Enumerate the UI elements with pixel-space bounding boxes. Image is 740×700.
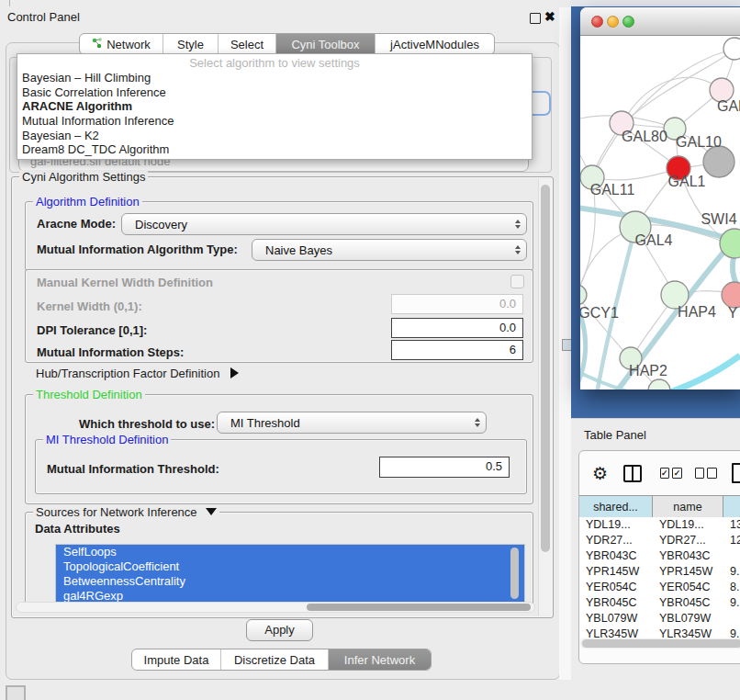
minimize-traffic-light-icon[interactable]: [607, 16, 619, 28]
network-edge[interactable]: [623, 77, 722, 121]
tab-label: Network: [107, 38, 151, 51]
tab-label: jActiveMNodules: [390, 38, 479, 51]
network-node[interactable]: [703, 146, 734, 177]
aracne-mode-combo[interactable]: Discovery: [121, 213, 527, 235]
tab-discretize-data[interactable]: Discretize Data: [221, 649, 329, 670]
tab-infer-network[interactable]: Infer Network: [329, 649, 431, 670]
tab-impute-data[interactable]: Impute Data: [132, 649, 221, 670]
network-edge[interactable]: [657, 356, 740, 390]
column-header-name[interactable]: name: [653, 496, 723, 517]
table-cell: YBL079W: [579, 611, 653, 627]
scrollbar-thumb[interactable]: [541, 185, 550, 552]
sources-title-text: Sources for Network Inference: [36, 505, 197, 519]
zoom-traffic-light-icon[interactable]: [622, 16, 634, 28]
hub-definition-expander[interactable]: Hub/Transcription Factor Definition: [36, 367, 239, 380]
kernel-width-field[interactable]: 0.0: [391, 294, 523, 314]
table-cell: YBR043C: [579, 548, 653, 564]
bottom-tab-bar: Impute DataDiscretize DataInfer Network: [131, 649, 432, 671]
algorithm-option[interactable]: Bayesian – K2: [17, 129, 532, 143]
attribute-item[interactable]: SelfLoops: [56, 545, 524, 559]
expanded-arrow-icon[interactable]: [206, 508, 217, 515]
data-attributes-list[interactable]: SelfLoopsTopologicalCoefficientBetweenne…: [55, 544, 525, 604]
mi-threshold-group: MI Threshold Definition Mutual Informati…: [35, 439, 527, 494]
tab-style[interactable]: Style: [163, 34, 219, 54]
tab-network[interactable]: Network: [80, 34, 163, 54]
table-row[interactable]: YBL079WYBL079W: [579, 611, 740, 627]
attribute-item[interactable]: TopologicalCoefficient: [56, 559, 524, 574]
tab-label: Discretize Data: [234, 653, 315, 667]
page-icon[interactable]: [732, 463, 740, 483]
network-view-window: GAL80GAL10GAL1GAL11SWI4GAL4GCY1HAP4HAP2G…: [580, 7, 740, 390]
table-cell: [723, 611, 740, 627]
which-threshold-label: Which threshold to use:: [79, 417, 215, 431]
mi-steps-field[interactable]: 6: [391, 340, 523, 360]
algorithm-dropdown-popup: Select algorithm to view settings Bayesi…: [17, 53, 533, 160]
attribute-item[interactable]: BetweennessCentrality: [56, 574, 524, 589]
algorithm-option[interactable]: Bayesian – Hill Climbing: [17, 71, 532, 85]
table-cell: 12: [723, 533, 740, 548]
algorithm-option[interactable]: Mutual Information Inference: [17, 114, 532, 129]
tab-select[interactable]: Select: [219, 34, 276, 54]
mi-type-combo[interactable]: Naive Bayes: [252, 239, 527, 261]
algorithm-definition-title: Algorithm Definition: [33, 195, 142, 209]
node-label: GAL4: [635, 232, 673, 248]
network-node[interactable]: [723, 38, 740, 60]
network-node[interactable]: [580, 285, 587, 305]
kernel-settings-group: Manual Kernel Width Definition Kernel Wi…: [25, 269, 533, 363]
close-icon[interactable]: ✖: [544, 9, 555, 24]
mi-type-value: Naive Bayes: [252, 243, 510, 257]
mi-threshold-field[interactable]: 0.5: [379, 457, 510, 478]
table-row[interactable]: YPR145WYPR145W9.: [579, 564, 740, 580]
table-row[interactable]: YBR043CYBR043C: [579, 548, 740, 564]
algorithm-option[interactable]: Basic Correlation Inference: [17, 85, 532, 100]
tab-jactivemnodules[interactable]: jActiveMNodules: [376, 34, 494, 54]
unchecked-checkbox-icon[interactable]: [707, 468, 717, 479]
network-node[interactable]: [722, 282, 740, 308]
columns-icon[interactable]: [623, 465, 641, 482]
scrollbar-thumb[interactable]: [307, 604, 531, 611]
table-row[interactable]: YBR045CYBR045C9.: [579, 595, 740, 611]
list-scrollbar-thumb[interactable]: [510, 548, 519, 599]
table-body: YDL19...YDL19...13YDR27...YDR27...12YBR0…: [579, 517, 740, 638]
column-header-partial[interactable]: [723, 496, 740, 517]
algorithm-option[interactable]: Dream8 DC_TDC Algorithm: [17, 142, 532, 157]
network-edge[interactable]: [593, 169, 678, 180]
tab-cyni-toolbox[interactable]: Cyni Toolbox: [276, 34, 376, 54]
checked-checkbox-icon[interactable]: ✓: [672, 468, 682, 479]
sources-group: Sources for Network Inference Data Attri…: [25, 512, 533, 611]
which-threshold-combo[interactable]: MI Threshold: [217, 412, 487, 434]
algorithm-option[interactable]: ARACNE Algorithm: [17, 99, 532, 114]
settings-vertical-scrollbar[interactable]: [538, 179, 552, 615]
table-cell: 9.: [723, 564, 740, 580]
unchecked-checkbox-icon[interactable]: [695, 468, 705, 479]
apply-button[interactable]: Apply: [246, 619, 313, 641]
settings-horizontal-scrollbar[interactable]: [16, 602, 535, 613]
table-toolbar: ⚙ ✓ ✓: [579, 451, 740, 495]
table-row[interactable]: YLR345WYLR345W9.: [579, 627, 740, 638]
minimized-panel-icon[interactable]: [6, 685, 26, 700]
node-label: GAL1: [668, 174, 706, 189]
aracne-mode-value: Discovery: [122, 218, 510, 231]
column-header-shared-name[interactable]: shared...: [579, 496, 653, 517]
table-cell: YDR27...: [653, 533, 723, 548]
dpi-tolerance-field[interactable]: 0.0: [391, 318, 523, 338]
manual-kernel-width-checkbox[interactable]: [510, 275, 524, 288]
table-cell: YLR345W: [653, 627, 723, 638]
dpi-tolerance-label: DPI Tolerance [0,1]:: [37, 323, 147, 337]
close-traffic-light-icon[interactable]: [591, 16, 603, 28]
algorithm-definition-group: Algorithm Definition Aracne Mode: Discov…: [25, 201, 533, 271]
table-row[interactable]: YER054CYER054C8.: [579, 580, 740, 595]
aracne-mode-label: Aracne Mode:: [37, 217, 116, 231]
mi-steps-label: Mutual Information Steps:: [37, 345, 184, 359]
checked-checkbox-icon[interactable]: ✓: [660, 468, 670, 479]
float-window-icon[interactable]: [530, 13, 541, 24]
gear-icon[interactable]: ⚙: [592, 463, 608, 483]
table-row[interactable]: YDR27...YDR27...12: [579, 533, 740, 548]
top-tab-bar: NetworkStyleSelectCyni ToolboxjActiveMNo…: [79, 33, 495, 55]
network-window-titlebar[interactable]: [580, 7, 740, 36]
scrollbar-thumb[interactable]: [582, 639, 740, 648]
network-graph-canvas[interactable]: GAL80GAL10GAL1GAL11SWI4GAL4GCY1HAP4HAP2G…: [580, 36, 740, 390]
collapsed-arrow-icon[interactable]: [230, 367, 239, 378]
table-horizontal-scrollbar[interactable]: [580, 638, 740, 649]
table-row[interactable]: YDL19...YDL19...13: [579, 517, 740, 533]
